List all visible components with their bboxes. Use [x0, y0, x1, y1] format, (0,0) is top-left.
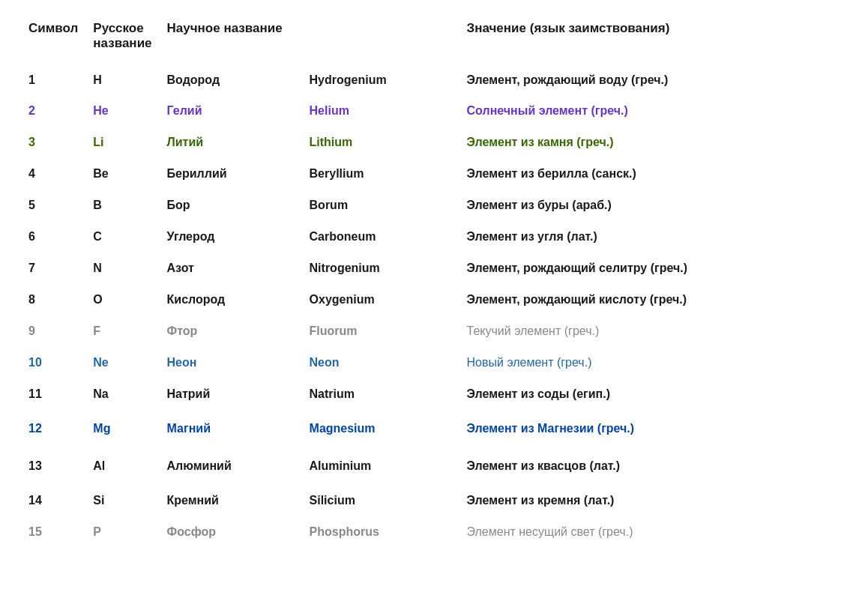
- table-row: 5 B Бор Borum Элемент из буры (араб.): [22, 190, 834, 221]
- element-russian-name: Углерод: [161, 221, 304, 253]
- element-meaning: Элемент, рождающий кислоту (греч.): [461, 284, 834, 315]
- element-scientific-name: Magnesium: [304, 410, 461, 447]
- element-scientific-name: Beryllium: [304, 158, 461, 190]
- element-symbol: O: [87, 284, 160, 315]
- element-symbol: B: [87, 190, 160, 221]
- element-meaning: Элемент, рождающий воду (греч.): [461, 64, 834, 95]
- element-meaning: Элемент из соды (егип.): [461, 378, 834, 410]
- element-number: 1: [22, 64, 87, 95]
- element-symbol: Ne: [87, 347, 160, 378]
- element-meaning: Элемент из Магнезии (греч.): [461, 410, 834, 447]
- table-row: 2 He Гелий Helium Солнечный элемент (гре…: [22, 95, 834, 127]
- table-row: 1 H Водород Hydrogenium Элемент, рождающ…: [22, 64, 834, 95]
- element-russian-name: Магний: [161, 410, 304, 447]
- element-russian-name: Кремний: [161, 485, 304, 516]
- element-number: 6: [22, 221, 87, 253]
- table-row: 12 Mg Магний Magnesium Элемент из Магнез…: [22, 410, 834, 447]
- element-number: 13: [22, 447, 87, 485]
- element-scientific-name: Fluorum: [304, 315, 461, 347]
- element-meaning: Новый элемент (греч.): [461, 347, 834, 378]
- element-symbol: C: [87, 221, 160, 253]
- element-scientific-name: Hydrogenium: [304, 64, 461, 95]
- element-meaning: Элемент из кремня (лат.): [461, 485, 834, 516]
- element-symbol: He: [87, 95, 160, 127]
- table-row: 14 Si Кремний Silicium Элемент из кремня…: [22, 485, 834, 516]
- element-russian-name: Фосфор: [161, 516, 304, 548]
- element-symbol: P: [87, 516, 160, 548]
- element-symbol: Li: [87, 127, 160, 158]
- header-col4: Значение (язык заимствования): [461, 15, 834, 64]
- element-symbol: Si: [87, 485, 160, 516]
- element-number: 12: [22, 410, 87, 447]
- element-russian-name: Фтор: [161, 315, 304, 347]
- table-row: 3 Li Литий Lithium Элемент из камня (гре…: [22, 127, 834, 158]
- element-scientific-name: Helium: [304, 95, 461, 127]
- header-col2: Русское название: [87, 15, 160, 64]
- element-russian-name: Гелий: [161, 95, 304, 127]
- element-russian-name: Натрий: [161, 378, 304, 410]
- element-scientific-name: Lithium: [304, 127, 461, 158]
- element-number: 2: [22, 95, 87, 127]
- element-symbol: Na: [87, 378, 160, 410]
- element-meaning: Элемент, рождающий селитру (греч.): [461, 253, 834, 284]
- table-row: 11 Na Натрий Natrium Элемент из соды (ег…: [22, 378, 834, 410]
- element-russian-name: Неон: [161, 347, 304, 378]
- element-russian-name: Бор: [161, 190, 304, 221]
- element-number: 10: [22, 347, 87, 378]
- element-symbol: Be: [87, 158, 160, 190]
- periodic-table: Символ Русское название Научное название…: [22, 15, 834, 548]
- element-meaning: Текучий элемент (греч.): [461, 315, 834, 347]
- element-russian-name: Азот: [161, 253, 304, 284]
- element-symbol: Al: [87, 447, 160, 485]
- element-scientific-name: Neon: [304, 347, 461, 378]
- element-symbol: H: [87, 64, 160, 95]
- element-number: 7: [22, 253, 87, 284]
- element-russian-name: Кислород: [161, 284, 304, 315]
- element-scientific-name: Phosphorus: [304, 516, 461, 548]
- element-number: 5: [22, 190, 87, 221]
- header-col3: Научное название: [161, 15, 304, 64]
- element-symbol: F: [87, 315, 160, 347]
- element-scientific-name: Carboneum: [304, 221, 461, 253]
- table-row: 15 P Фосфор Phosphorus Элемент несущий с…: [22, 516, 834, 548]
- element-meaning: Элемент из квасцов (лат.): [461, 447, 834, 485]
- table-row: 8 O Кислород Oxygenium Элемент, рождающи…: [22, 284, 834, 315]
- table-row: 9 F Фтор Fluorum Текучий элемент (греч.): [22, 315, 834, 347]
- element-meaning: Солнечный элемент (греч.): [461, 95, 834, 127]
- table-row: 4 Be Бериллий Beryllium Элемент из берил…: [22, 158, 834, 190]
- element-scientific-name: Silicium: [304, 485, 461, 516]
- element-meaning: Элемент из камня (греч.): [461, 127, 834, 158]
- element-russian-name: Водород: [161, 64, 304, 95]
- table-row: 10 Ne Неон Neon Новый элемент (греч.): [22, 347, 834, 378]
- element-symbol: N: [87, 253, 160, 284]
- table-row: 7 N Азот Nitrogenium Элемент, рождающий …: [22, 253, 834, 284]
- element-number: 8: [22, 284, 87, 315]
- element-russian-name: Бериллий: [161, 158, 304, 190]
- element-number: 3: [22, 127, 87, 158]
- element-meaning: Элемент из берилла (санск.): [461, 158, 834, 190]
- element-meaning: Элемент из буры (араб.): [461, 190, 834, 221]
- table-row: 6 C Углерод Carboneum Элемент из угля (л…: [22, 221, 834, 253]
- element-russian-name: Алюминий: [161, 447, 304, 485]
- element-number: 4: [22, 158, 87, 190]
- element-scientific-name: Borum: [304, 190, 461, 221]
- element-scientific-name: Nitrogenium: [304, 253, 461, 284]
- element-number: 9: [22, 315, 87, 347]
- element-number: 15: [22, 516, 87, 548]
- element-symbol: Mg: [87, 410, 160, 447]
- element-russian-name: Литий: [161, 127, 304, 158]
- header-col1: Символ: [22, 15, 87, 64]
- element-meaning: Элемент из угля (лат.): [461, 221, 834, 253]
- element-scientific-name: Aluminium: [304, 447, 461, 485]
- element-number: 11: [22, 378, 87, 410]
- element-scientific-name: Oxygenium: [304, 284, 461, 315]
- header-col4-spacer: [304, 15, 461, 64]
- element-meaning: Элемент несущий свет (греч.): [461, 516, 834, 548]
- table-row: 13 Al Алюминий Aluminium Элемент из квас…: [22, 447, 834, 485]
- element-scientific-name: Natrium: [304, 378, 461, 410]
- element-number: 14: [22, 485, 87, 516]
